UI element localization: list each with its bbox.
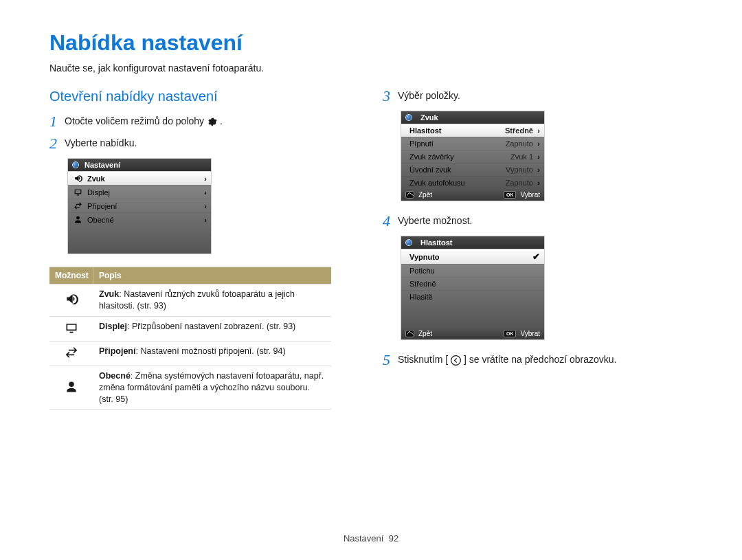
option-row-potichu: Potichu <box>401 264 544 277</box>
step-4: 4 Vyberte možnost. <box>383 214 693 229</box>
submenu-row-uvodni: Úvodní zvuk Vypnuto › <box>401 163 544 176</box>
camera-screen-zvuk: Zvuk Hlasitost Středně › Pípnutí Zapnuto… <box>401 111 545 201</box>
menu-row-zvuk: Zvuk › <box>68 171 211 185</box>
right-column: 3 Výběr položky. Zvuk Hlasitost Středně … <box>383 89 693 410</box>
step-number: 1 <box>49 114 65 129</box>
back-shape-icon <box>405 191 414 199</box>
submenu-row-hlasitost: Hlasitost Středně › <box>401 124 544 137</box>
menu-label: Obecné <box>83 216 200 224</box>
footer-select-label: Vybrat <box>520 191 540 199</box>
display-icon <box>72 188 83 197</box>
left-column: Otevření nabídky nastavení 1 Otočte voli… <box>49 89 359 410</box>
sub-label: Zvuk závěrky <box>405 153 510 161</box>
camera-header-dot-icon <box>405 239 412 246</box>
col-head-moznost: Možnost <box>49 267 93 284</box>
table-row: Připojení: Nastavení možností připojení.… <box>49 341 331 366</box>
step-1: 1 Otočte voličem režimů do polohy . <box>49 114 359 129</box>
menu-row-pripojeni: Připojení › <box>68 199 211 212</box>
table-row: Obecné: Změna systémových nastavení foto… <box>49 366 331 410</box>
opt-title: Zvuk <box>99 289 119 299</box>
chevron-right-icon: › <box>533 153 540 161</box>
step-4-text: Vyberte možnost. <box>398 214 472 226</box>
person-icon <box>65 380 78 396</box>
step-3-text: Výběr položky. <box>398 89 460 101</box>
menu-label: Displej <box>83 188 200 197</box>
col-head-popis: Popis <box>93 267 331 284</box>
chevron-right-icon: › <box>533 179 540 187</box>
chevron-right-icon: › <box>200 202 207 210</box>
back-circle-icon <box>451 355 461 366</box>
opt-desc: : Přizpůsobení nastavení zobrazení. (str… <box>127 322 295 331</box>
opt-label: Hlasitě <box>405 293 540 301</box>
opt-label: Potichu <box>405 267 540 275</box>
ok-button-icon: OK <box>504 330 517 337</box>
opt-desc: : Nastavení možností připojení. (str. 94… <box>135 346 285 356</box>
sub-value: Zvuk 1 <box>510 153 533 161</box>
sub-value: Středně <box>505 126 533 135</box>
chevron-right-icon: › <box>200 175 207 183</box>
step-number: 3 <box>383 89 398 104</box>
sub-label: Úvodní zvuk <box>405 166 506 174</box>
speaker-icon <box>65 292 78 308</box>
options-table-header: Možnost Popis <box>49 267 331 284</box>
step-2-text: Vyberte nabídku. <box>65 136 137 148</box>
step-1-text-after: . <box>220 115 223 126</box>
opt-title: Displej <box>99 322 127 331</box>
step-1-text-before: Otočte voličem režimů do polohy <box>65 115 207 126</box>
step-5-text-after: ] se vrátíte na předchozí obrazovku. <box>464 354 617 365</box>
chevron-right-icon: › <box>200 216 207 224</box>
camera-header-label: Nastavení <box>85 161 120 169</box>
footer-select-label: Vybrat <box>520 330 540 337</box>
step-3: 3 Výběr položky. <box>383 89 693 104</box>
chevron-right-icon: › <box>533 166 540 174</box>
option-row-stredne: Středně <box>401 277 544 290</box>
sub-value: Zapnuto <box>506 139 533 148</box>
section-subheading: Otevření nabídky nastavení <box>49 89 359 104</box>
check-icon: ✔ <box>532 251 540 262</box>
swap-icon <box>65 346 78 361</box>
person-icon <box>72 215 83 224</box>
menu-label: Připojení <box>83 202 200 210</box>
step-2: 2 Vyberte nabídku. <box>49 136 359 151</box>
table-row: Zvuk: Nastavení různých zvuků fotoaparát… <box>49 284 331 316</box>
sub-label: Zvuk autofokusu <box>405 179 506 187</box>
step-5-text-before: Stisknutím [ <box>398 354 448 365</box>
chevron-right-icon: › <box>533 139 540 148</box>
menu-row-displej: Displej › <box>68 185 211 199</box>
swap-icon <box>72 201 83 210</box>
camera-header-label: Hlasitost <box>418 238 452 247</box>
camera-header-label: Zvuk <box>418 113 438 122</box>
page-title: Nabídka nastavení <box>49 30 693 56</box>
step-number: 5 <box>383 352 398 368</box>
camera-screen-settings-menu: Nastavení Zvuk › Displej › Připojení › <box>67 158 212 254</box>
back-shape-icon <box>405 330 414 337</box>
sub-label: Pípnutí <box>405 139 506 148</box>
footer-back-label: Zpět <box>418 330 432 337</box>
option-row-hlasite: Hlasitě <box>401 290 544 303</box>
camera-header-dot-icon <box>72 161 79 168</box>
opt-desc: : Nastavení různých zvuků fotoaparátu a … <box>99 289 295 311</box>
camera-footer: Zpět OKVybrat <box>401 328 544 339</box>
menu-label: Zvuk <box>83 175 200 183</box>
chevron-right-icon: › <box>533 126 540 135</box>
sub-value: Zapnuto <box>506 179 533 187</box>
footer-page-number: 92 <box>389 533 398 544</box>
opt-label: Vypnuto <box>405 253 532 261</box>
submenu-row-zaverky: Zvuk závěrky Zvuk 1 › <box>401 150 544 163</box>
options-table: Možnost Popis Zvuk: Nastavení různých zv… <box>49 267 331 410</box>
sub-value: Vypnuto <box>506 166 533 174</box>
submenu-row-autofokus: Zvuk autofokusu Zapnuto › <box>401 176 544 189</box>
camera-header-dot-icon <box>405 114 412 121</box>
opt-desc: : Změna systémových nastavení fotoaparát… <box>99 371 324 404</box>
step-5: 5 Stisknutím [ ] se vrátíte na předchozí… <box>383 352 693 368</box>
page-footer: Nastavení 92 <box>0 533 742 544</box>
opt-title: Obecné <box>99 371 131 381</box>
footer-back-label: Zpět <box>418 191 432 199</box>
step-number: 2 <box>49 136 65 151</box>
footer-section-label: Nastavení <box>344 533 384 544</box>
sub-label: Hlasitost <box>405 126 505 135</box>
camera-screen-hlasitost: Hlasitost Vypnuto ✔ Potichu Středně Hlas… <box>401 236 545 340</box>
option-row-vypnuto: Vypnuto ✔ <box>401 249 544 264</box>
step-number: 4 <box>383 214 398 229</box>
gear-icon <box>207 117 217 127</box>
